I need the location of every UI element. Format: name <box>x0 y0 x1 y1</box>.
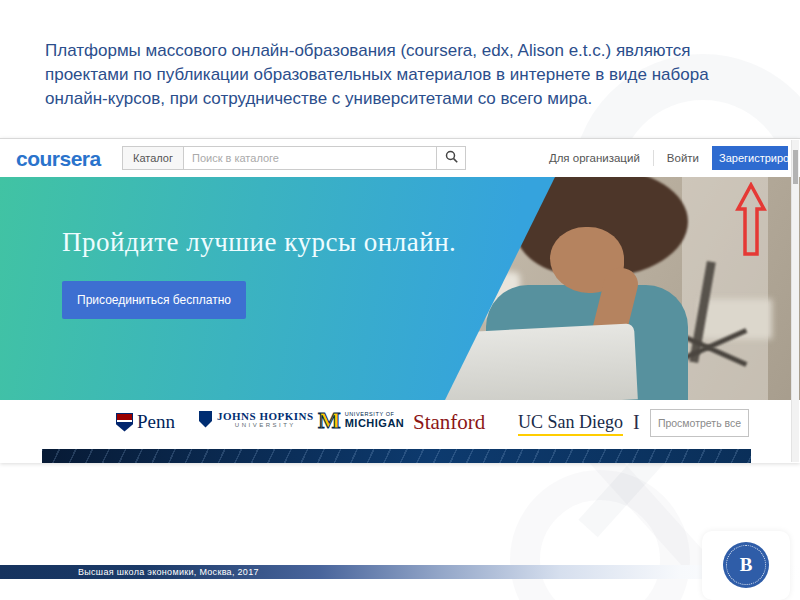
view-all-button[interactable]: Просмотреть все <box>650 409 749 437</box>
intro-text: Платформы массового онлайн-образования (… <box>45 39 757 111</box>
penn-label: Penn <box>137 411 175 433</box>
scrollbar-thumb[interactable] <box>793 150 798 184</box>
header-nav: Для организаций Войти Зарегистриро <box>549 146 788 170</box>
search-input[interactable] <box>184 146 437 170</box>
register-button[interactable]: Зарегистриро <box>712 146 788 170</box>
nav-for-organizations[interactable]: Для организаций <box>549 152 640 164</box>
michigan-line2: MICHIGAN <box>345 417 405 429</box>
hero-section: Пройдите лучшие курсы онлайн. Присоедини… <box>0 177 800 400</box>
join-free-button[interactable]: Присоединиться бесплатно <box>62 281 246 319</box>
partner-uc-san-diego[interactable]: UC San Diego <box>518 412 623 436</box>
search-button[interactable] <box>437 146 466 170</box>
jhu-shield-icon <box>199 411 212 428</box>
browser-scrollbar[interactable] <box>791 140 799 462</box>
coursera-logo[interactable]: coursera <box>16 147 101 171</box>
hse-logo-badge: В <box>702 531 790 600</box>
slide-footer-bar: Высшая школа экономики, Москва, 2017 <box>0 565 800 579</box>
hero-title: Пройдите лучшие курсы онлайн. <box>62 227 456 258</box>
partner-michigan[interactable]: M UNIVERSITY OF MICHIGAN <box>318 408 404 432</box>
partner-partial-logo: I <box>633 411 640 434</box>
catalog-button[interactable]: Каталог <box>122 146 184 170</box>
annotation-arrow-icon <box>735 182 767 262</box>
footer-text: Высшая школа экономики, Москва, 2017 <box>78 567 259 577</box>
navy-divider-band <box>42 449 751 463</box>
nav-login[interactable]: Войти <box>667 152 699 164</box>
background-watermark-ring <box>510 470 690 600</box>
partner-stanford[interactable]: Stanford <box>413 410 485 435</box>
partners-section: Penn JOHNS HOPKINS UNIVERSITY M UNIVERSI… <box>0 400 800 449</box>
site-header: coursera Каталог Для организаций Войти <box>0 139 800 177</box>
michigan-m-icon: M <box>318 408 341 432</box>
hse-emblem-letter: В <box>723 554 769 576</box>
search-bar-group: Каталог <box>122 146 466 170</box>
jhu-subtitle: UNIVERSITY <box>217 422 314 428</box>
nav-divider <box>653 150 654 166</box>
presentation-slide: Платформы массового онлайн-образования (… <box>0 0 800 600</box>
penn-shield-icon <box>116 413 133 432</box>
partner-penn[interactable]: Penn <box>116 411 175 433</box>
michigan-label: UNIVERSITY OF MICHIGAN <box>345 411 405 429</box>
partner-johns-hopkins[interactable]: JOHNS HOPKINS UNIVERSITY <box>199 410 314 428</box>
jhu-name: JOHNS HOPKINS <box>217 410 314 422</box>
hse-logo-icon: В <box>723 542 769 588</box>
jhu-label: JOHNS HOPKINS UNIVERSITY <box>217 410 314 428</box>
search-icon <box>445 149 458 167</box>
coursera-screenshot-window: coursera Каталог Для организаций Войти <box>0 138 800 463</box>
